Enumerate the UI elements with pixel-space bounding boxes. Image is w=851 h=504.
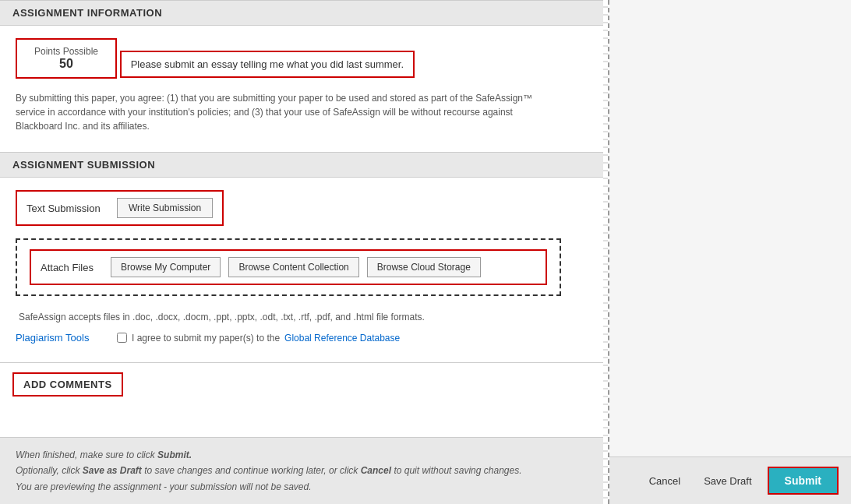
safeassign-formats: SafeAssign accepts files in .doc, .docx,… (16, 312, 592, 322)
footer-text: When finished, make sure to click Submit… (16, 447, 592, 495)
write-submission-button[interactable]: Write Submission (117, 198, 213, 218)
plagiarism-check-row: I agree to submit my paper(s) to the Glo… (117, 333, 400, 344)
footer-line3: You are previewing the assignment - your… (16, 481, 312, 492)
assignment-info-header: ASSIGNMENT INFORMATION (0, 0, 608, 26)
text-submission-row: Text Submission Write Submission (16, 190, 224, 226)
footer-section: When finished, make sure to click Submit… (0, 437, 608, 504)
attach-files-label: Attach Files (41, 262, 103, 273)
main-content: ASSIGNMENT INFORMATION Points Possible 5… (0, 0, 609, 504)
text-submission-label: Text Submission (26, 203, 104, 214)
submit-button[interactable]: Submit (768, 467, 839, 495)
footer-line2-post: to quit without saving changes. (391, 465, 521, 476)
add-comments-section: ADD COMMENTS (0, 362, 608, 406)
plagiarism-checkbox[interactable] (117, 333, 127, 343)
plagiarism-agree-text: I agree to submit my paper(s) to the (132, 333, 280, 344)
save-draft-button[interactable]: Save Draft (696, 471, 759, 492)
attach-files-row: Attach Files Browse My Computer Browse C… (30, 249, 547, 285)
points-label: Points Possible (33, 46, 100, 57)
points-value: 50 (33, 57, 100, 71)
browse-computer-button[interactable]: Browse My Computer (111, 257, 221, 277)
footer-line2-pre: Optionally, click (16, 465, 83, 476)
browse-content-button[interactable]: Browse Content Collection (228, 257, 358, 277)
footer-submit-bold: Submit. (157, 449, 192, 460)
right-panel-content (617, 8, 843, 421)
assignment-submission-header: ASSIGNMENT SUBMISSION (0, 152, 608, 178)
plagiarism-tools-label[interactable]: Plagiarism Tools (16, 332, 109, 344)
attach-files-container: Attach Files Browse My Computer Browse C… (16, 238, 561, 296)
plagiarism-row: Plagiarism Tools I agree to submit my pa… (16, 332, 592, 344)
footer-line2-mid: to save changes and continue working lat… (142, 465, 361, 476)
instructions-box: Please submit an essay telling me what y… (120, 51, 415, 78)
assignment-submission-section: Text Submission Write Submission Attach … (0, 178, 608, 362)
cancel-button[interactable]: Cancel (641, 471, 688, 492)
footer-save-draft-bold: Save as Draft (83, 465, 142, 476)
right-panel: Cancel Save Draft Submit (609, 0, 851, 504)
add-comments-header: ADD COMMENTS (12, 372, 123, 397)
footer-cancel-bold: Cancel (361, 465, 391, 476)
global-reference-link[interactable]: Global Reference Database (284, 333, 400, 344)
safeassign-notice: By submitting this paper, you agree: (1)… (16, 91, 561, 133)
footer-line1-pre: When finished, make sure to click (16, 449, 157, 460)
browse-cloud-button[interactable]: Browse Cloud Storage (367, 257, 481, 277)
points-box: Points Possible 50 (16, 38, 117, 79)
assignment-info-section: Points Possible 50 Please submit an essa… (0, 26, 608, 152)
action-buttons-area: Cancel Save Draft Submit (609, 456, 851, 504)
